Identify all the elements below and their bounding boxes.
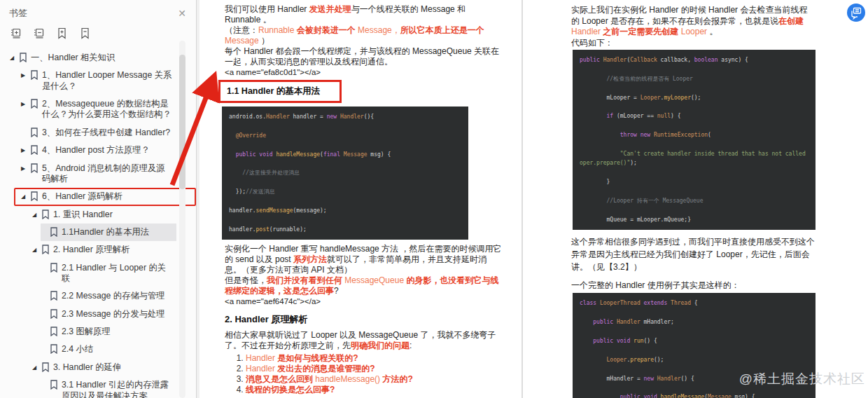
text-segment: 之前一定需要先创建 bbox=[603, 27, 680, 36]
code-line: mLooper = Looper.myLooper(); bbox=[580, 93, 808, 102]
annotation-box-heading: 1.1 Handler 的基本用法 bbox=[218, 80, 342, 103]
text-segment: 代码如下： bbox=[571, 38, 613, 48]
close-icon[interactable]: ✕ bbox=[178, 8, 186, 19]
bookmark-icon bbox=[41, 245, 50, 254]
document-page-1: 我们可以使用 Handler 发送并处理与一个线程关联的 Message 和 R… bbox=[200, 0, 522, 398]
translate-widget-button[interactable] bbox=[847, 4, 865, 22]
sidebar-title: 书签 bbox=[9, 7, 27, 20]
text-segment: 每个 Handler 都会跟一个线程绑定，并与该线程的 MessageQueue… bbox=[225, 46, 499, 67]
text-segment: MessageQueue bbox=[344, 275, 406, 285]
code-line bbox=[580, 308, 808, 317]
bookmark-icon bbox=[30, 145, 38, 155]
bookmark-label: 2.3 图解原理 bbox=[62, 327, 172, 337]
text-segment: 。 bbox=[709, 27, 718, 36]
bookmark-tree-item[interactable]: ▶ 5、Android 消息机制的原理及源码解析 bbox=[0, 160, 176, 188]
code-line bbox=[580, 64, 808, 74]
text-segment: Runnable bbox=[258, 25, 297, 35]
code-line: handler.sendMessage(message); bbox=[229, 206, 461, 215]
text-segment: handleMessage() bbox=[315, 374, 382, 384]
bookmark-icon bbox=[50, 327, 58, 336]
bookmark-label: 3. Handler 的延伸 bbox=[53, 362, 172, 373]
code-line bbox=[580, 187, 808, 196]
bookmark-tree-item[interactable]: ▶ 2、Messagequeue 的数据结构是什么？为什么要用这个数据结构？ bbox=[0, 95, 176, 124]
bookmark-tree-item[interactable]: ◢ 2. Handler 原理解析 bbox=[0, 241, 176, 259]
text-segment: Handler bbox=[246, 364, 277, 373]
expand-arrow-icon[interactable]: ▶ bbox=[21, 147, 29, 154]
code-line bbox=[580, 327, 808, 336]
expand-arrow-icon[interactable]: ◢ bbox=[10, 55, 18, 62]
bookmark-tree-item[interactable]: 3、如何在子线程中创建 Handler? bbox=[0, 124, 176, 142]
text-segment: 发送并处理 bbox=[309, 4, 351, 14]
bookmark-icon bbox=[41, 362, 50, 372]
bookmark-label: 3、如何在子线程中创建 Handler? bbox=[42, 128, 172, 138]
expand-arrow-icon[interactable]: ▶ bbox=[21, 165, 29, 172]
bookmark-tree-item[interactable]: 3.1 Handler 引起的内存泄露原因以及最佳解决方案 bbox=[0, 376, 176, 398]
text-segment: 一个完整的 Handler 使用例子其实是这样的： bbox=[571, 280, 740, 290]
bookmark-tree-item[interactable]: 2.4 小结 bbox=[0, 341, 176, 358]
expand-arrow-icon[interactable]: ◢ bbox=[32, 247, 41, 254]
text-segment: 在创建 bbox=[778, 16, 804, 26]
bookmark-icon bbox=[30, 163, 38, 173]
text-segment: 线程的切换是怎么回事? bbox=[246, 385, 335, 394]
bookmark-icon bbox=[50, 263, 58, 273]
translate-widget-icon bbox=[847, 4, 865, 22]
bookmark-tree-item[interactable]: ◢ 6、Handler 源码解析 bbox=[14, 188, 196, 205]
collapse-all-icon bbox=[33, 27, 45, 39]
code-line bbox=[580, 140, 808, 149]
code-line: if (mLooper == null) { bbox=[580, 111, 808, 121]
bookmark-icon bbox=[30, 191, 38, 201]
bookmark-tree-item[interactable]: ▶ 4、Handler post 方法原理？ bbox=[0, 142, 176, 159]
text-segment: 会被封装进一个 bbox=[297, 25, 358, 35]
bookmark-tree-item[interactable]: ◢ 一、Handler 相关知识 bbox=[0, 49, 176, 67]
text-segment: 这个异常相信很多同学遇到过，而我们平时直接使用感受不到这个异常是因为主线程已经为… bbox=[571, 237, 815, 272]
code-line bbox=[229, 140, 461, 149]
bookmark-tree-item[interactable]: 1.1Handler 的基本用法 bbox=[41, 224, 176, 241]
code-line: handler.post(runnable); bbox=[229, 225, 461, 234]
code-line bbox=[229, 215, 461, 224]
questions-list: Handler 是如何与线程关联的? Handler 发出去的消息是谁管理的? … bbox=[246, 353, 503, 395]
code-line: mQueue = mLooper.mQueue;} bbox=[580, 215, 808, 224]
section-heading-principle: 2. Handler 原理解析 bbox=[225, 313, 503, 326]
question-item: 消息又是怎么回到 handleMessage() 方法的? bbox=[246, 374, 503, 385]
code-line bbox=[580, 168, 808, 177]
code-block-handler-basic: android.os.Handler handler = new Handler… bbox=[222, 107, 468, 240]
expand-arrow-icon[interactable]: ◢ bbox=[32, 364, 41, 371]
text-segment: Message bbox=[225, 36, 259, 46]
text-segment: : bbox=[410, 341, 412, 350]
text-segment: 方法的? bbox=[382, 374, 412, 384]
text-segment: Handler bbox=[246, 353, 277, 363]
bookmark-label: 4、Handler post 方法原理？ bbox=[42, 145, 172, 156]
bookmark-icon bbox=[30, 128, 38, 137]
bookmark-tree-item[interactable]: 2.3 Message 的分发与处理 bbox=[0, 306, 176, 323]
bookmark-tree-item[interactable]: 2.3 图解原理 bbox=[0, 323, 176, 341]
code-line: Looper.prepare(); bbox=[580, 355, 808, 364]
code-line: //检查当前的线程是否有 Looper bbox=[580, 74, 808, 83]
text-segment: （注意： bbox=[225, 25, 258, 35]
paragraph-note: （注意：Runnable 会被封装进一个 Message，所以它本质上还是一个 … bbox=[225, 25, 503, 46]
sidebar-scrollbar-thumb[interactable] bbox=[179, 55, 186, 189]
expand-arrow-icon[interactable]: ▶ bbox=[21, 101, 29, 108]
text-segment: 实际上我们在实例化 Handler 的时候 Handler 会去检查当前线程的 … bbox=[571, 5, 807, 26]
expand-arrow-icon[interactable]: ▶ bbox=[21, 72, 29, 79]
add-bookmark-button[interactable] bbox=[55, 27, 68, 39]
bookmark-label: 3.1 Handler 引起的内存泄露原因以及最佳解决方案 bbox=[62, 380, 172, 398]
remove-bookmark-button[interactable] bbox=[78, 27, 91, 39]
sidebar-header: 书签 ✕ bbox=[0, 0, 196, 21]
bookmark-label: 6、Handler 源码解析 bbox=[42, 191, 188, 202]
code-line: throw new RuntimeException( bbox=[580, 130, 808, 139]
bookmark-label: 2.1 Handler 与 Looper 的关联 bbox=[62, 263, 172, 284]
pdf-reader-app: 书签 ✕ ◢ 一、Handler 相关知识 ▶ 1、Han bbox=[0, 0, 868, 398]
paragraph-example: 一个完整的 Handler 使用例子其实是这样的： bbox=[571, 279, 816, 291]
bookmark-tree-item[interactable]: ◢ 3. Handler 的延伸 bbox=[0, 359, 176, 376]
bookmark-tree-item[interactable]: 2.1 Handler 与 Looper 的关联 bbox=[0, 259, 176, 288]
bookmark-tree-item[interactable]: ◢ 1. 重识 Handler bbox=[0, 206, 176, 224]
code-line: "Can't create handler inside thread that… bbox=[580, 149, 808, 158]
expand-all-button[interactable] bbox=[9, 27, 22, 39]
bookmark-tree-item[interactable]: ▶ 1、Handler Looper Message 关系是什么？ bbox=[0, 67, 176, 95]
bookmark-icon bbox=[30, 70, 38, 80]
paragraph-code-label: 代码如下： bbox=[571, 38, 816, 49]
bookmark-tree-item[interactable]: 2.2 Message 的存储与管理 bbox=[0, 287, 176, 305]
collapse-all-button[interactable] bbox=[32, 27, 45, 39]
expand-arrow-icon[interactable]: ◢ bbox=[32, 212, 41, 219]
expand-arrow-icon[interactable]: ◢ bbox=[21, 193, 29, 200]
